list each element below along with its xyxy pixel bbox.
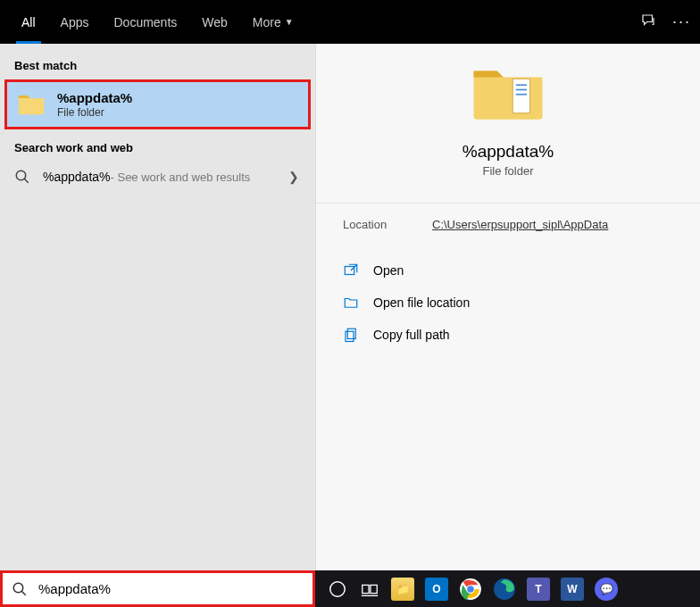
svg-rect-12 [362,585,369,593]
action-open-location[interactable]: Open file location [343,287,673,319]
search-filter-topbar: All Apps Documents Web More ▼ ··· [0,0,700,44]
cortana-icon[interactable] [324,576,351,603]
svg-point-0 [16,170,26,180]
taskbar-app-teams[interactable]: T [524,577,553,602]
best-match-title: %appdata% [57,90,132,105]
bottom-bar: 📁 O T W 💬 [0,570,700,607]
copy-icon [343,327,359,343]
preview-actions: Open Open file location Copy full path [316,251,700,354]
taskbar-app-word[interactable]: W [558,577,587,602]
best-match-heading: Best match [0,56,315,79]
chevron-down-icon: ▼ [285,17,294,27]
svg-point-9 [13,583,23,593]
svg-rect-7 [347,328,355,338]
tab-more[interactable]: More ▼ [240,0,306,44]
task-view-icon[interactable] [356,576,383,603]
svg-line-10 [21,591,26,595]
search-icon [12,581,28,597]
chevron-right-icon[interactable]: ❯ [288,170,299,184]
best-match-result[interactable]: %appdata% File folder [4,79,311,129]
action-open-location-label: Open file location [373,295,470,310]
preview-title: %appdata% [462,142,554,162]
taskbar: 📁 O T W 💬 [315,570,700,607]
svg-rect-13 [371,585,377,593]
web-search-result[interactable]: %appdata% - See work and web results ❯ [0,162,315,192]
web-section-heading: Search work and web [0,138,315,162]
taskbar-app-chrome[interactable] [456,577,485,602]
svg-line-1 [24,179,29,183]
search-icon [14,169,30,185]
web-result-hint: - See work and web results [111,170,251,184]
svg-rect-8 [346,331,354,341]
tab-documents[interactable]: Documents [101,0,189,44]
preview-subtitle: File folder [482,164,533,178]
folder-icon [16,89,46,120]
preview-pane: %appdata% File folder Location C:\Users\… [315,44,700,570]
svg-rect-6 [345,267,354,275]
preview-details: Location C:\Users\erpsupport_sipl\AppDat… [316,203,700,231]
best-match-subtitle: File folder [57,106,132,119]
results-left-pane: Best match %appdata% File folder Search … [0,44,315,570]
action-copy-path[interactable]: Copy full path [343,319,673,351]
open-icon [343,262,359,279]
location-label: Location [343,218,432,231]
location-value[interactable]: C:\Users\erpsupport_sipl\AppData [432,218,673,231]
action-copy-path-label: Copy full path [373,328,450,342]
svg-point-16 [467,586,474,593]
tab-web[interactable]: Web [189,0,240,44]
taskbar-app-outlook[interactable]: O [422,577,451,602]
folder-open-icon [343,295,359,311]
taskbar-app-edge[interactable] [490,577,519,602]
svg-rect-2 [512,79,529,113]
folder-large-icon [468,62,548,124]
tab-all[interactable]: All [9,0,48,44]
feedback-icon[interactable] [640,12,656,32]
search-results-main: Best match %appdata% File folder Search … [0,44,700,570]
action-open[interactable]: Open [343,254,673,287]
web-result-query: %appdata% [43,170,111,184]
tab-more-label: More [253,15,281,29]
svg-point-11 [330,581,346,596]
more-options-icon[interactable]: ··· [672,12,691,31]
search-box[interactable] [0,570,315,607]
action-open-label: Open [373,263,404,278]
search-input[interactable] [38,581,304,596]
tab-apps[interactable]: Apps [48,0,102,44]
taskbar-app-discord[interactable]: 💬 [592,577,621,602]
taskbar-app-explorer[interactable]: 📁 [388,577,417,602]
